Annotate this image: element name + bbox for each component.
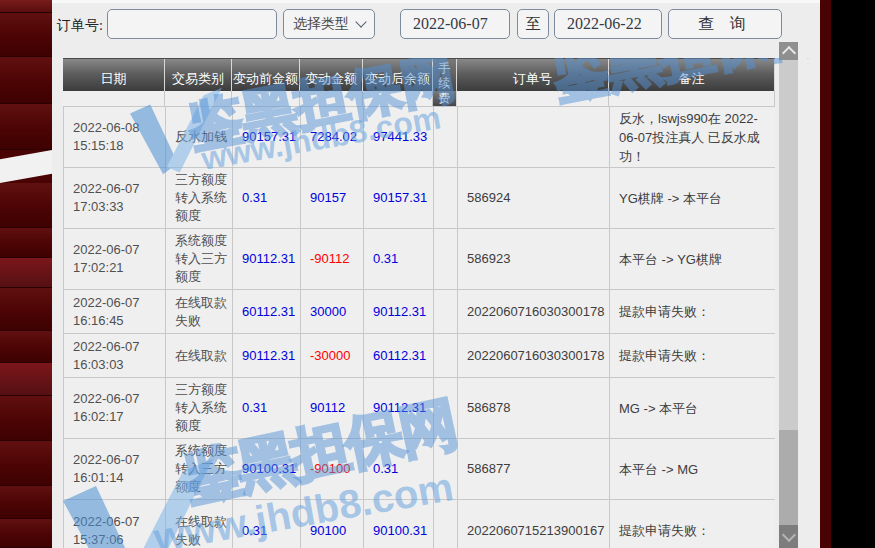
cell-change-amount: 7284.02	[301, 107, 364, 168]
scrollbar-up-button[interactable]	[779, 42, 798, 60]
header-change-amount: 变动金额	[300, 59, 363, 92]
cell-date: 2022-06-0815:15:18	[64, 107, 166, 168]
table-row: 2022-06-0715:37:06 在线取款失败 0.31 90100 901…	[64, 500, 775, 548]
cell-after-balance: 90157.31	[364, 168, 434, 229]
sidebar-item	[0, 396, 52, 441]
cell-fee	[434, 107, 458, 168]
cell-fee	[434, 168, 458, 229]
sidebar-item	[0, 183, 52, 228]
cell-category: 在线取款	[166, 334, 233, 378]
cell-remark: 提款申请失败：	[610, 290, 775, 334]
filter-bar: 订单号: 选择类型 2022-06-07 至 2022-06-22 查 询	[52, 0, 820, 58]
cell-order-no: 586877	[458, 439, 610, 500]
table-header: 日期 交易类别 变动前金额 变动金额 变动后余额 手续 订单号 备注	[63, 58, 775, 92]
cell-change-amount: 90112	[301, 378, 364, 439]
scrollbar-down-button[interactable]	[779, 525, 798, 548]
date-from-value: 2022-06-07	[413, 15, 488, 33]
cell-fee	[434, 500, 458, 548]
right-red-strip	[820, 0, 831, 548]
cell-date: 2022-06-0716:16:45	[64, 290, 166, 334]
cell-before-amount: 0.31	[233, 378, 301, 439]
sidebar-item	[0, 228, 52, 258]
date-to-value: 2022-06-22	[567, 15, 642, 33]
right-black-area	[831, 0, 875, 548]
cell-before-amount: 0.31	[233, 168, 301, 229]
app-window: 订单号: 选择类型 2022-06-07 至 2022-06-22 查 询 日期…	[0, 0, 875, 548]
table-row: 2022-06-0717:03:33 三方额度转入系统额度 0.31 90157…	[64, 168, 775, 229]
table-body: 2022-06-0815:15:18 反水加钱 90157.31 7284.02…	[63, 107, 775, 548]
arrow-down-icon	[781, 527, 795, 541]
header-category: 交易类别	[165, 59, 232, 92]
table-row: 2022-06-0716:16:45 在线取款失败 60112.31 30000…	[64, 290, 775, 334]
date-to-input[interactable]: 2022-06-22	[554, 9, 662, 39]
cell-after-balance: 90112.31	[364, 378, 434, 439]
cell-fee	[434, 334, 458, 378]
query-button[interactable]: 查 询	[668, 9, 782, 39]
order-number-label: 订单号:	[57, 17, 103, 35]
cell-before-amount: 90100.31	[233, 439, 301, 500]
table-row: 2022-06-0716:03:03 在线取款 90112.31 -30000 …	[64, 334, 775, 378]
cell-change-amount: 90157	[301, 168, 364, 229]
cell-order-no: 586878	[458, 378, 610, 439]
cell-after-balance: 0.31	[364, 439, 434, 500]
cell-remark: 提款申请失败：	[610, 500, 775, 548]
sidebar-item	[0, 13, 52, 57]
cell-after-balance: 90100.31	[364, 500, 434, 548]
cell-remark: 反水，lswjs990在 2022-06-07投注真人 已反水成功！	[610, 107, 775, 168]
table-row: 2022-06-0815:15:18 反水加钱 90157.31 7284.02…	[64, 107, 775, 168]
table-row: 2022-06-0716:02:17 三方额度转入系统额度 0.31 90112…	[64, 378, 775, 439]
scrollbar-thumb[interactable]	[779, 60, 798, 430]
table-clipped-row: 费	[63, 91, 775, 107]
cell-remark: 本平台 -> MG	[610, 439, 775, 500]
sidebar-item	[0, 258, 52, 288]
sidebar-item	[0, 486, 52, 519]
cell-order-no	[458, 107, 610, 168]
header-before-amount: 变动前金额	[232, 59, 300, 92]
cell-date: 2022-06-0716:02:17	[64, 378, 166, 439]
cell-before-amount: 90112.31	[233, 229, 301, 290]
chevron-down-icon	[355, 16, 366, 27]
cell-before-amount: 60112.31	[233, 290, 301, 334]
sidebar-item	[0, 519, 52, 548]
cell-after-balance: 97441.33	[364, 107, 434, 168]
cell-change-amount: 90100	[301, 500, 364, 548]
cell-remark: 提款申请失败：	[610, 334, 775, 378]
type-select[interactable]: 选择类型	[283, 9, 375, 39]
cell-fee	[434, 229, 458, 290]
header-order-no: 订单号	[457, 59, 609, 92]
sidebar-item	[0, 441, 52, 486]
cell-remark: MG -> 本平台	[610, 378, 775, 439]
date-range-to-label: 至	[517, 9, 549, 39]
scrollbar-track[interactable]	[779, 430, 798, 525]
cell-change-amount: -30000	[301, 334, 364, 378]
header-after-balance: 变动后余额	[363, 59, 433, 92]
cell-category: 三方额度转入系统额度	[166, 168, 233, 229]
main-content: 订单号: 选择类型 2022-06-07 至 2022-06-22 查 询 日期…	[52, 0, 820, 548]
sidebar-selected-item	[0, 150, 52, 183]
sidebar-item	[0, 363, 52, 396]
cell-before-amount: 90112.31	[233, 334, 301, 378]
vertical-scrollbar[interactable]	[779, 42, 798, 548]
cell-order-no: 2022060716030300178	[458, 334, 610, 378]
arrow-up-icon	[781, 46, 795, 60]
cell-date: 2022-06-0716:03:03	[64, 334, 166, 378]
sidebar-item	[0, 288, 52, 331]
cell-fee	[434, 378, 458, 439]
cell-change-amount: -90100	[301, 439, 364, 500]
cell-after-balance: 60112.31	[364, 334, 434, 378]
cell-remark: YG棋牌 -> 本平台	[610, 168, 775, 229]
cell-category: 系统额度转入三方额度	[166, 439, 233, 500]
cell-change-amount: 30000	[301, 290, 364, 334]
cell-before-amount: 90157.31	[233, 107, 301, 168]
cell-date: 2022-06-0715:37:06	[64, 500, 166, 548]
cell-order-no: 586923	[458, 229, 610, 290]
cell-date: 2022-06-0717:03:33	[64, 168, 166, 229]
cell-date: 2022-06-0717:02:21	[64, 229, 166, 290]
table-row: 2022-06-0716:01:14 系统额度转入三方额度 90100.31 -…	[64, 439, 775, 500]
cell-change-amount: -90112	[301, 229, 364, 290]
sidebar-item	[0, 57, 52, 104]
sidebar-menu	[0, 0, 52, 548]
cell-category: 在线取款失败	[166, 290, 233, 334]
date-from-input[interactable]: 2022-06-07	[400, 9, 510, 39]
order-number-input[interactable]	[107, 9, 277, 39]
